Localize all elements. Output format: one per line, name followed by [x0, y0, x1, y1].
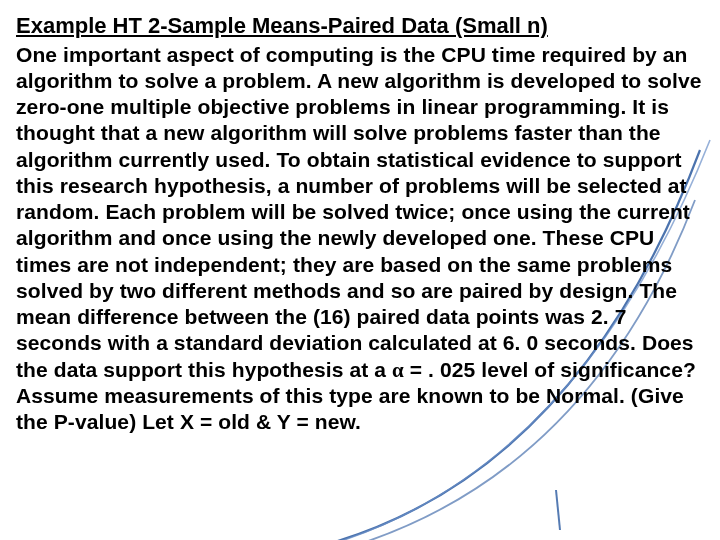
content-area: Example HT 2-Sample Means-Paired Data (S… [0, 0, 720, 451]
slide-body: One important aspect of computing is the… [16, 42, 704, 436]
slide: Example HT 2-Sample Means-Paired Data (S… [0, 0, 720, 540]
alpha-symbol: α [392, 358, 404, 382]
slide-title: Example HT 2-Sample Means-Paired Data (S… [16, 12, 704, 40]
body-text-before-alpha: One important aspect of computing is the… [16, 43, 701, 381]
